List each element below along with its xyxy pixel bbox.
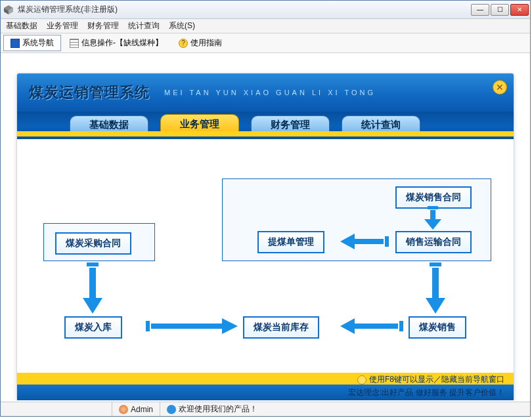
svg-rect-9 [385,236,389,247]
status-user: Admin [112,402,160,416]
hint-row: 使用F8键可以显示／隐藏当前导航窗口 [357,374,504,385]
slogan-text: 宏达理念:出好产品 做好服务 提升客户价值！ [348,387,504,398]
tool-system-nav[interactable]: 系统导航 [3,35,61,51]
menu-stats[interactable]: 统计查询 [128,20,160,31]
arrow-right-1 [146,318,238,334]
hint-text: 使用F8键可以显示／隐藏当前导航窗口 [369,374,504,385]
tool-label-nav: 系统导航 [22,37,54,49]
svg-rect-16 [151,324,222,329]
arrow-left-1 [340,234,389,249]
status-welcome: 欢迎使用我们的产品！ [160,402,530,416]
svg-marker-20 [340,318,355,334]
svg-rect-10 [355,239,384,244]
tool-help[interactable]: ? 使用指南 [171,35,229,51]
svg-marker-8 [424,219,441,230]
header-band: 煤炭运销管理系统 MEI TAN YUN XIAO GUAN LI XI TON… [17,73,514,136]
minimize-button[interactable]: — [471,4,489,16]
panel-close-button[interactable]: ✕ [493,80,507,94]
nav-panel: 煤炭运销管理系统 MEI TAN YUN XIAO GUAN LI XI TON… [16,73,514,400]
menu-business[interactable]: 业务管理 [47,20,78,31]
tool-label-help: 使用指南 [190,37,222,49]
menu-base-data[interactable]: 基础数据 [6,20,37,31]
svg-marker-5 [83,298,102,314]
svg-marker-11 [340,234,355,249]
tool-label-info: 信息操作-【缺线煤种】 [81,37,163,49]
panel-footer: 使用F8键可以显示／隐藏当前导航窗口 宏达理念:出好产品 做好服务 提升客户价值… [17,373,514,400]
tab-underbar [17,131,514,136]
arrow-down-3 [426,262,445,314]
arrow-down-2 [424,206,441,230]
statusbar: Admin 欢迎使用我们的产品！ [1,402,530,416]
svg-rect-19 [355,324,398,329]
bulb-icon [357,375,366,385]
diagram-area: 煤炭采购合同 煤炭销售合同 提煤单管理 销售运输合同 煤炭入库 煤炭当前库存 煤… [17,139,514,373]
tool-info-op[interactable]: 信息操作-【缺线煤种】 [62,35,170,51]
app-icon [3,5,14,15]
titlebar: 煤炭运销管理系统(非注册版) — ☐ ✕ [1,1,530,19]
panel-title: 煤炭运销管理系统 [29,83,150,102]
status-user-name: Admin [131,405,153,414]
node-pickup-mgmt[interactable]: 提煤单管理 [257,231,324,253]
menu-system[interactable]: 系统(S) [169,20,195,31]
node-coal-in[interactable]: 煤炭入库 [64,316,122,339]
menu-finance[interactable]: 财务管理 [87,20,119,31]
svg-rect-7 [430,210,435,219]
help-icon: ? [179,39,188,48]
content-area: 煤炭运销管理系统 MEI TAN YUN XIAO GUAN LI XI TON… [2,54,529,400]
node-sales-transport[interactable]: 销售运输合同 [395,231,472,253]
svg-marker-14 [426,298,445,314]
status-welcome-text: 欢迎使用我们的产品！ [179,404,257,415]
arrow-down-1 [83,262,102,314]
node-sales-contract[interactable]: 煤炭销售合同 [395,186,472,209]
node-coal-stock[interactable]: 煤炭当前库存 [243,316,319,339]
grid-icon [70,39,79,48]
svg-rect-13 [432,268,439,298]
nav-icon [11,39,20,48]
arrow-left-2 [340,318,403,334]
svg-rect-6 [428,206,438,209]
svg-rect-12 [430,262,441,266]
maximize-button[interactable]: ☐ [491,4,509,16]
info-icon [167,405,176,414]
window-title: 煤炭运销管理系统(非注册版) [18,4,471,15]
user-icon [119,405,128,414]
menubar: 基础数据 业务管理 财务管理 统计查询 系统(S) [1,19,530,33]
svg-marker-17 [222,318,238,334]
toolbar: 系统导航 信息操作-【缺线煤种】 ? 使用指南 [1,33,530,53]
node-purchase-contract[interactable]: 煤炭采购合同 [55,232,131,255]
node-coal-sale[interactable]: 煤炭销售 [409,316,466,339]
svg-rect-15 [146,321,150,331]
close-button[interactable]: ✕ [510,4,529,16]
svg-rect-4 [89,268,96,298]
svg-rect-18 [399,321,403,331]
svg-rect-3 [87,262,99,266]
panel-subtitle: MEI TAN YUN XIAO GUAN LI XI TONG [164,89,376,96]
